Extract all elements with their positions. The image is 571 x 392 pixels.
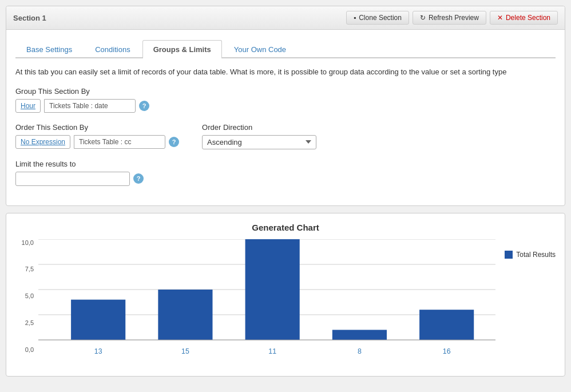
x-label-15: 15 [181,347,189,355]
bar-16 [419,310,474,340]
clone-icon: ▪ [354,14,356,22]
limit-input[interactable] [15,172,130,186]
delete-icon: ✕ [497,14,503,22]
limit-label: Limit the results to [15,160,556,168]
delete-button[interactable]: ✕ Delete Section [490,11,558,25]
clone-button[interactable]: ▪ Clone Section [346,11,409,25]
chart-bars-area: 13 15 11 8 16 [38,239,495,367]
legend-color-box [505,251,513,259]
x-label-16: 16 [443,347,451,355]
chart-legend: Total Results [495,239,556,259]
order-by-col: Order This Section By No Expression Tick… [15,123,179,159]
chart-title: Generated Chart [15,223,556,232]
header-buttons: ▪ Clone Section ↻ Refresh Preview ✕ Dele… [346,11,558,25]
group-by-value: Tickets Table : date [44,99,136,113]
bar-11 [245,239,300,340]
order-by-tag[interactable]: No Expression [15,135,70,149]
y-label-50: 5,0 [15,292,34,299]
legend-label: Total Results [516,251,556,259]
tabs-container: Base Settings Conditions Groups & Limits… [15,39,556,58]
order-by-row: No Expression Tickets Table : cc ? [15,135,179,149]
group-by-label: Group This Section By [15,87,556,96]
tab-your-own-code[interactable]: Your Own Code [223,40,297,58]
bar-13 [71,299,125,339]
y-axis: 10,0 7,5 5,0 2,5 0,0 [15,239,38,367]
tab-conditions[interactable]: Conditions [84,40,141,58]
x-label-8: 8 [358,347,362,355]
page-wrapper: Section 1 ▪ Clone Section ↻ Refresh Prev… [0,0,571,392]
order-direction-select[interactable]: Ascending Descending [202,135,316,149]
y-label-25: 2,5 [15,319,34,326]
order-by-value: Tickets Table : cc [74,135,165,149]
order-direction-label: Order Direction [202,123,316,132]
y-label-75: 7,5 [15,266,34,272]
order-direction-field: Order Direction Ascending Descending [202,123,316,149]
refresh-icon: ↻ [420,14,426,22]
group-by-help[interactable]: ? [139,101,149,111]
tab-description: At this tab you can easily set a limit o… [15,66,556,78]
section-title: Section 1 [13,14,46,22]
y-label-0: 0,0 [15,346,34,353]
order-direction-col: Order Direction Ascending Descending [202,123,316,160]
chart-svg: 13 15 11 8 16 [38,239,495,365]
tab-groups-limits[interactable]: Groups & Limits [142,40,222,58]
bar-15 [158,290,212,340]
legend-total-results: Total Results [505,251,556,259]
tab-base-settings[interactable]: Base Settings [15,40,83,58]
chart-section: Generated Chart 10,0 7,5 5,0 2,5 0,0 [6,213,565,377]
bar-8 [332,330,387,340]
chart-area: 10,0 7,5 5,0 2,5 0,0 [15,239,556,367]
section-header: Section 1 ▪ Clone Section ↻ Refresh Prev… [6,6,565,30]
order-by-help[interactable]: ? [169,137,179,147]
order-row: Order This Section By No Expression Tick… [15,123,556,160]
limit-help[interactable]: ? [133,173,144,184]
group-by-field: Group This Section By Hour Tickets Table… [15,87,556,113]
order-by-field: Order This Section By No Expression Tick… [15,123,179,149]
x-label-13: 13 [94,347,102,355]
y-label-10: 10,0 [15,239,34,246]
refresh-button[interactable]: ↻ Refresh Preview [413,11,486,25]
section-body: Base Settings Conditions Groups & Limits… [6,30,565,205]
x-label-11: 11 [268,347,276,355]
group-by-tag[interactable]: Hour [15,99,41,113]
order-by-label: Order This Section By [15,123,179,132]
limit-field: Limit the results to ? [15,160,556,186]
group-by-row: Hour Tickets Table : date ? [15,99,556,113]
section-card: Section 1 ▪ Clone Section ↻ Refresh Prev… [6,6,565,206]
limit-row: ? [15,172,556,186]
